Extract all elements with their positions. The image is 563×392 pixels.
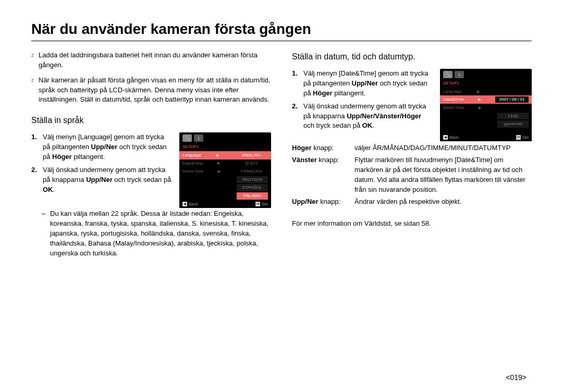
lcd-opt: ITALIANO — [179, 192, 271, 200]
section-language-heading: Ställa in språk — [31, 114, 271, 126]
dash-bullet: – — [42, 209, 47, 258]
title-rule — [31, 41, 532, 41]
chevron-right-icon: ▶ — [479, 105, 481, 111]
lcd-ok: OKSet — [516, 134, 529, 141]
lcd-opt: ESPAÑOL — [179, 183, 271, 192]
lead-item-1: z Ladda det laddningsbara batteriet helt… — [31, 51, 271, 70]
lcd-setup-label: SETUP1 — [179, 143, 271, 151]
t: Höger — [313, 89, 333, 97]
chevron-right-icon: ▶ — [477, 89, 480, 94]
step-number: 2. — [31, 165, 40, 195]
lcd-label: Date&Time — [443, 96, 464, 103]
lcd-screenshot-datetime: 🔧 1 SETUP1 Language ▶ Date&Time ▶ 2007 /… — [440, 69, 532, 141]
bullet-z: z — [31, 52, 39, 70]
chevron-right-icon: ▶ — [217, 161, 220, 166]
kv-left-button: Vänster knapp: Flyttar markören till huv… — [292, 155, 532, 194]
lcd-value: 한국어 — [235, 161, 268, 167]
language-steps-wrap: 1. Välj menyn [Language] genom att tryck… — [31, 132, 271, 208]
lcd-row-datetime: Date&Time ▶ 2007 / 08 / 01 — [440, 95, 532, 104]
lcd-row-language: Language ▶ ENGLISH — [179, 151, 271, 160]
two-columns: z Ladda det laddningsbara batteriet helt… — [31, 51, 532, 258]
chevron-right-icon: ▶ — [478, 97, 481, 102]
step-2: 2. Välj önskad undermeny genom att tryck… — [31, 165, 172, 195]
tab-1-icon: 1 — [194, 134, 203, 142]
kv-key: Upp/Ner knapp: — [292, 197, 354, 207]
kv-val: väljer ÅR/MÅNAD/DAG/TIMME/MINUT/DATUMTYP — [354, 143, 532, 153]
t: knapp: — [312, 144, 334, 152]
t: Upp/Ner/Vänster/Höger — [347, 112, 421, 120]
bullet-z: z — [31, 77, 39, 105]
wrench-icon: 🔧 — [443, 71, 452, 78]
tab-1-icon: 1 — [455, 71, 464, 78]
lcd-value: ENGLISH — [235, 152, 268, 158]
t: Upp/Ner — [292, 198, 319, 205]
lcd-label: World Time — [182, 168, 203, 175]
chevron-right-icon: ▶ — [216, 153, 219, 158]
lcd-opt: DEUTSCH — [179, 176, 271, 184]
sub-item: – Du kan välja mellan 22 språk. Dessa är… — [31, 209, 271, 258]
lead-text-2: När kameran är påsatt första gången visa… — [39, 76, 271, 105]
t: knapp: — [317, 156, 339, 164]
datetime-steps-text: 1. Välj menyn [Date&Time] genom att tryc… — [292, 69, 433, 134]
kv-val: Ändrar värden på respektive objekt. — [354, 197, 532, 207]
wrench-icon: 🔧 — [182, 134, 192, 142]
lead-item-2: z När kameran är påsatt första gången vi… — [31, 76, 271, 105]
left-column: z Ladda det laddningsbara batteriet helt… — [31, 51, 271, 258]
lcd-value: FRANÇAIS — [235, 168, 268, 175]
lead-text-1: Ladda det laddningsbara batteriet helt i… — [39, 51, 271, 70]
ok-icon: OK — [255, 202, 260, 206]
step-2-body: Välj önskad undermeny genom att trycka p… — [43, 165, 172, 195]
page-title: När du använder kameran första gången — [31, 21, 532, 38]
t: . — [53, 186, 55, 193]
t: Set — [262, 201, 268, 207]
lcd-opt-label: DEUTSCH — [237, 176, 268, 183]
back-icon: ◀ — [182, 202, 187, 206]
lcd-label: Date&Time — [182, 161, 203, 167]
t: Upp/Ner — [91, 143, 118, 151]
step-1: 1. Välj menyn [Date&Time] genom att tryc… — [292, 69, 433, 99]
t: piltangent. — [72, 153, 105, 161]
lcd-back: ◀Back — [443, 134, 459, 141]
lcd-value: 2007 / 08 / 01 — [495, 96, 529, 103]
kv-key: Vänster knapp: — [292, 155, 354, 194]
lcd-opt-label: ITALIANO — [237, 192, 268, 200]
t: Back — [189, 201, 198, 207]
lcd-footer: ◀Back OKSet — [440, 133, 532, 142]
kv-key: Höger knapp: — [292, 143, 354, 153]
t: OK — [43, 186, 53, 193]
step-number: 1. — [31, 132, 40, 162]
lcd-ok: OKSet — [255, 201, 268, 207]
section-datetime-heading: Ställa in datum, tid och datumtyp. — [292, 51, 532, 63]
step-2: 2. Välj önskad undermeny genom att tryck… — [292, 102, 433, 131]
lcd-row-language: Language ▶ — [440, 88, 532, 96]
lcd-back: ◀Back — [182, 201, 198, 207]
t: Set — [522, 134, 529, 141]
t: Back — [449, 134, 459, 141]
lcd-tabs: 🔧 1 — [179, 132, 271, 143]
lcd-footer: ◀Back OKSet — [179, 200, 271, 209]
lcd-label: Language — [182, 152, 201, 158]
worldtime-note: För mer information om Världstid, se sid… — [292, 219, 532, 229]
datetime-steps-wrap: 1. Välj menyn [Date&Time] genom att tryc… — [292, 69, 532, 141]
t: piltangent. — [333, 89, 366, 97]
lcd-row-worldtime: World Time ▶ FRANÇAIS — [179, 167, 271, 176]
kv-right-button: Höger knapp: väljer ÅR/MÅNAD/DAG/TIMME/M… — [292, 143, 532, 153]
lcd-opt-label: ESPAÑOL — [237, 184, 268, 191]
lcd-setup-label: SETUP1 — [440, 79, 532, 88]
t: . — [372, 121, 374, 129]
t: Upp/Ner — [86, 176, 113, 183]
lcd-tabs: 🔧 1 — [440, 69, 532, 79]
step-1: 1. Välj menyn [Language] genom att tryck… — [31, 132, 172, 162]
chevron-right-icon: ▶ — [218, 169, 221, 174]
t: OK — [362, 121, 373, 129]
t: Upp/Ner — [352, 79, 378, 87]
t: Höger — [52, 153, 72, 161]
kv-updown-button: Upp/Ner knapp: Ändrar värden på respekti… — [292, 197, 532, 207]
t: knapp: — [319, 198, 341, 205]
step-number: 1. — [292, 69, 300, 99]
back-icon: ◀ — [443, 135, 448, 140]
t: och tryck sedan på — [303, 121, 362, 129]
step-number: 2. — [292, 102, 300, 131]
step-2-body: Välj önskad undermeny genom att trycka p… — [303, 102, 433, 131]
step-1-body: Välj menyn [Date&Time] genom att trycka … — [303, 69, 433, 99]
